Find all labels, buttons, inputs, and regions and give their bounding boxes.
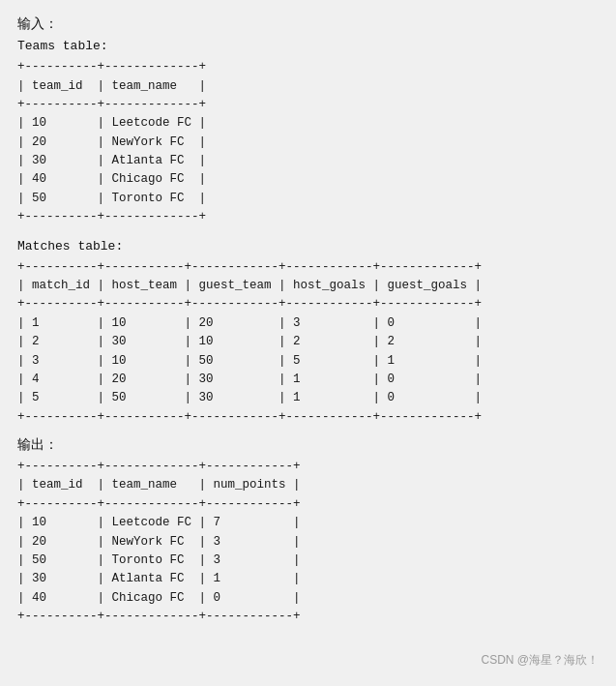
matches-table: +----------+-----------+------------+---…	[17, 258, 599, 427]
teams-table: +----------+-------------+ | team_id | t…	[17, 58, 599, 226]
output-block: +----------+-------------+------------+ …	[17, 458, 599, 626]
teams-label: Teams table:	[17, 37, 599, 56]
output-table: +----------+-------------+------------+ …	[17, 458, 599, 626]
input-label: 输入：	[17, 15, 599, 33]
input-section: 输入： Teams table: +----------+-----------…	[17, 15, 599, 427]
matches-block: Matches table: +----------+-----------+-…	[17, 237, 599, 428]
watermark: CSDN @海星？海欣！	[481, 652, 599, 669]
matches-label: Matches table:	[17, 237, 599, 256]
output-label: 输出：	[17, 436, 599, 454]
teams-block: Teams table: +----------+-------------+ …	[17, 37, 599, 227]
output-section: 输出： +----------+-------------+----------…	[17, 436, 599, 626]
